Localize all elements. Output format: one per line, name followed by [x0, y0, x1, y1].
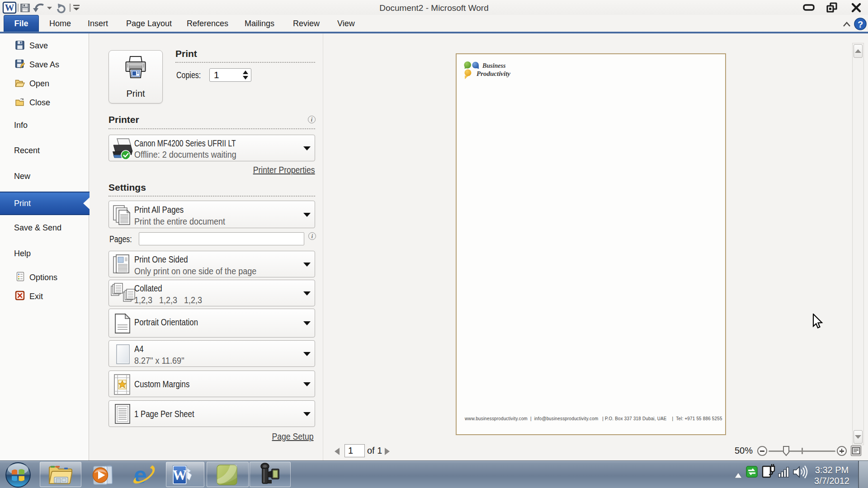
svg-text:W: W: [173, 467, 187, 483]
svg-text:W: W: [5, 2, 14, 13]
svg-text:Business: Business: [482, 62, 506, 69]
svg-text:Productivity: Productivity: [476, 70, 510, 77]
